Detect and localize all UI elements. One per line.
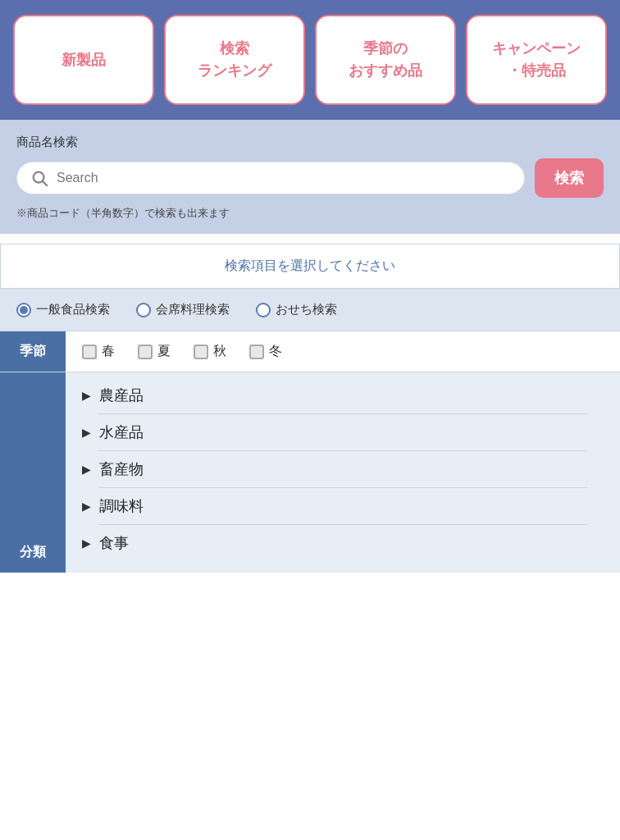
search-button[interactable]: 検索 [535,158,604,198]
arrow-icon-seasoning: ▶ [82,500,91,513]
radio-osechi[interactable]: おせち検索 [256,302,337,317]
arrow-icon-meal: ▶ [82,536,91,550]
category-agricultural[interactable]: ▶ 農産品 [82,377,604,413]
search-row: 検索 [16,158,604,198]
search-note: ※商品コード（半角数字）で検索も出来ます [16,206,604,221]
search-input-wrapper [16,162,525,194]
season-row: 季節 春 夏 秋 [0,331,620,372]
classification-header: 分類 [0,372,66,573]
checkbox-box-winter [249,345,264,359]
checkbox-spring[interactable]: 春 [82,343,115,360]
nav-card-seasonal[interactable]: 季節のおすすめ品 [315,15,456,105]
search-section: 商品名検索 検索 ※商品コード（半角数字）で検索も出来ます [0,120,620,234]
nav-card-campaign[interactable]: キャンペーン・特売品 [466,15,607,105]
category-seafood[interactable]: ▶ 水産品 [82,414,604,450]
search-input[interactable] [57,171,511,185]
season-content: 春 夏 秋 冬 [66,331,620,372]
arrow-icon-agricultural: ▶ [82,389,91,402]
filter-header[interactable]: 検索項目を選択してください [0,244,620,289]
season-header: 季節 [0,331,66,372]
classification-section: 分類 ▶ 農産品 ▶ 水産品 ▶ 畜産物 ▶ 調味料 [0,372,620,573]
category-table: 季節 春 夏 秋 [0,331,620,372]
checkbox-box-summer [138,345,153,359]
radio-circle-osechi [256,303,271,317]
radio-circle-general [16,303,31,317]
checkbox-winter[interactable]: 冬 [249,343,282,360]
radio-circle-kaiseki [136,303,151,317]
radio-row: 一般食品検索 会席料理検索 おせち検索 [0,289,620,331]
filter-section: 検索項目を選択してください 一般食品検索 会席料理検索 おせち検索 季節 [0,244,620,573]
arrow-icon-livestock: ▶ [82,463,91,476]
checkbox-box-autumn [194,345,208,359]
category-livestock[interactable]: ▶ 畜産物 [82,451,604,487]
arrow-icon-seafood: ▶ [82,426,91,439]
checkbox-box-spring [82,345,97,359]
category-meal[interactable]: ▶ 食事 [82,525,604,561]
search-label: 商品名検索 [16,135,604,150]
radio-general[interactable]: 一般食品検索 [16,302,110,317]
nav-card-search-ranking[interactable]: 検索ランキング [164,15,305,105]
nav-card-new-products[interactable]: 新製品 [13,15,154,105]
search-icon [30,169,48,187]
checkbox-autumn[interactable]: 秋 [194,343,226,360]
classification-content: ▶ 農産品 ▶ 水産品 ▶ 畜産物 ▶ 調味料 ▶ 食事 [66,372,620,573]
svg-line-1 [43,181,47,185]
radio-kaiseki[interactable]: 会席料理検索 [136,302,230,317]
top-nav-section: 新製品 検索ランキング 季節のおすすめ品 キャンペーン・特売品 [0,0,620,120]
checkbox-summer[interactable]: 夏 [138,343,171,360]
season-checkboxes: 春 夏 秋 冬 [82,343,604,360]
category-seasoning[interactable]: ▶ 調味料 [82,488,604,524]
